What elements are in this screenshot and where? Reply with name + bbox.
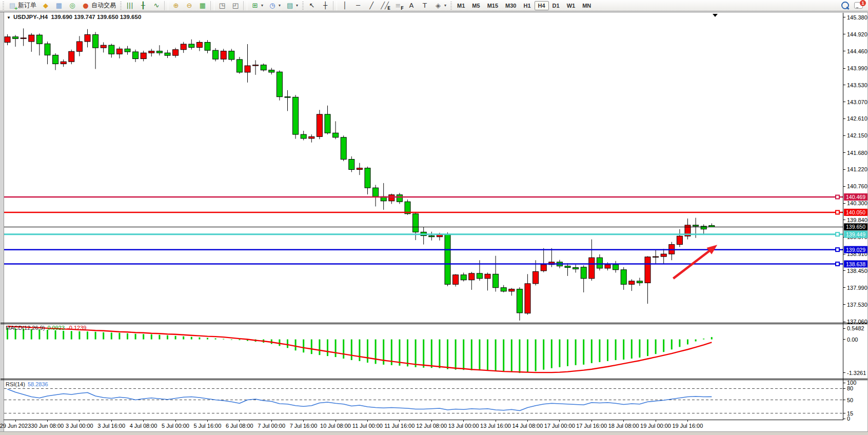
zoom-out-button[interactable]: ⊖	[183, 0, 195, 11]
toolbar-separator	[210, 1, 214, 10]
svg-text:0.00: 0.00	[847, 337, 858, 343]
templates-button[interactable]: ▤▾	[284, 0, 300, 11]
chart-title: ▼USDJPY-,H4 139.690 139.747 139.650 139.…	[7, 14, 141, 20]
autotrading-label: 自动交易	[91, 1, 116, 10]
icon-overlay: E	[387, 6, 390, 11]
horizontal-line-icon: ─	[354, 2, 362, 10]
svg-text:13 Jul 00:00: 13 Jul 00:00	[448, 423, 479, 429]
toolbar-separator	[164, 1, 168, 10]
svg-text:7 Jul 00:00: 7 Jul 00:00	[258, 423, 285, 429]
svg-text:140.760: 140.760	[847, 183, 867, 189]
templates-icon: ▤	[286, 2, 294, 10]
timeframe-m5-button[interactable]: M5	[468, 1, 483, 10]
svg-text:18 Jul 08:00: 18 Jul 08:00	[608, 423, 639, 429]
dropdown-arrow-icon[interactable]: ▾	[279, 3, 281, 8]
svg-text:17 Jul 00:00: 17 Jul 00:00	[544, 423, 575, 429]
symbol-label: USDJPY-,H4	[13, 14, 48, 20]
svg-text:141.220: 141.220	[847, 166, 867, 172]
chart-shift-icon: ◰	[231, 2, 240, 10]
svg-text:137.530: 137.530	[847, 302, 867, 308]
timeframe-m30-button[interactable]: M30	[502, 1, 520, 10]
chart-shift-button[interactable]: ◰	[229, 0, 242, 11]
svg-text:4 Jul 08:00: 4 Jul 08:00	[130, 423, 157, 429]
dropdown-arrow-icon[interactable]: ▾	[444, 3, 446, 8]
bar-chart-icon: |||	[126, 2, 134, 10]
svg-text:140.469: 140.469	[846, 194, 865, 200]
svg-text:144.460: 144.460	[847, 48, 867, 54]
svg-text:142.150: 142.150	[847, 132, 867, 139]
zoom-out-icon: ⊖	[185, 2, 193, 10]
chart-canvas: 145.380144.920144.460143.990143.530143.0…	[0, 0, 868, 435]
dropdown-arrow-icon[interactable]: ▾	[261, 3, 263, 8]
rsi-name: RSI(14)	[6, 381, 25, 387]
vertical-line-button[interactable]: │	[339, 0, 351, 11]
timeframe-mn-button[interactable]: MN	[579, 1, 595, 10]
svg-text:137.990: 137.990	[847, 285, 867, 291]
trendline-button[interactable]: ╱	[365, 0, 378, 11]
auto-scroll-button[interactable]: ◳	[216, 0, 228, 11]
macd-name: MACD(12,26,9)	[6, 325, 45, 331]
toolbar-separator	[333, 1, 337, 10]
svg-text:140.050: 140.050	[846, 209, 865, 215]
periods-icon: ◷	[268, 2, 277, 10]
new-order-button[interactable]: ▤+新订单	[6, 0, 38, 11]
equidistant-channel-button[interactable]: ╱╱E	[379, 0, 391, 11]
svg-text:139.029: 139.029	[846, 247, 865, 253]
notifications-button[interactable]: 1	[854, 2, 863, 9]
signals-button[interactable]: ◎	[66, 0, 78, 11]
svg-text:140.300: 140.300	[847, 200, 867, 206]
main-toolbar: ▤+新订单◆▦◎●自动交易|||╂∿⊕⊖▦◳◰⊞▾◷▾▤▾↖┼│─╱╱╱E≡FA…	[0, 0, 868, 11]
timeframe-m1-button[interactable]: M1	[453, 1, 468, 10]
new-order-icon: ▤+	[8, 2, 16, 10]
svg-text:30 Jun 08:00: 30 Jun 08:00	[31, 423, 64, 429]
chart-window-icon: ▦	[55, 2, 63, 10]
timeframe-w1-button[interactable]: W1	[563, 1, 579, 10]
text-label-button[interactable]: T	[419, 0, 431, 11]
dropdown-arrow-icon[interactable]: ▾	[296, 3, 298, 8]
fibonacci-icon: ≡F	[394, 2, 402, 10]
timeframe-m15-button[interactable]: M15	[484, 1, 502, 10]
svg-text:141.680: 141.680	[847, 150, 867, 156]
arrows-object-button[interactable]: ◈▾	[432, 0, 448, 11]
line-chart-icon: ∿	[152, 2, 161, 10]
horizontal-line-button[interactable]: ─	[352, 0, 364, 11]
svg-text:19 Jul 00:00: 19 Jul 00:00	[640, 423, 671, 429]
svg-text:139.840: 139.840	[847, 217, 867, 223]
market-watch-button[interactable]: ◆	[40, 0, 52, 11]
crosshair-button[interactable]: ┼	[319, 0, 331, 11]
text-button[interactable]: A	[405, 0, 418, 11]
timeframe-d1-button[interactable]: D1	[549, 1, 563, 10]
search-button[interactable]	[841, 2, 849, 9]
svg-text:12 Jul 08:00: 12 Jul 08:00	[416, 423, 447, 429]
autotrading-icon: ●	[82, 2, 90, 10]
ohlc-readout: 139.690 139.747 139.650 139.650	[51, 14, 141, 20]
tile-windows-button[interactable]: ▦	[196, 0, 209, 11]
line-chart-button[interactable]: ∿	[150, 0, 163, 11]
auto-scroll-icon: ◳	[218, 2, 226, 10]
zoom-in-icon: ⊕	[172, 2, 180, 10]
cursor-button[interactable]: ↖	[306, 0, 318, 11]
fibonacci-button[interactable]: ≡F	[392, 0, 404, 11]
notification-badge: 1	[860, 0, 866, 6]
macd-indicator-label: MACD(12,26,9)0.0923-0.1239	[6, 325, 86, 331]
text-label-icon: T	[421, 2, 429, 10]
svg-text:6 Jul 08:00: 6 Jul 08:00	[226, 423, 253, 429]
new-order-label: 新订单	[18, 1, 36, 10]
macd-signal-value: -0.1239	[67, 325, 86, 331]
bar-chart-button[interactable]: |||	[124, 0, 136, 11]
svg-text:138.638: 138.638	[846, 261, 865, 267]
timeframe-h4-button[interactable]: H4	[535, 1, 549, 10]
autotrading-button[interactable]: ●自动交易	[80, 0, 118, 11]
symbol-dropdown-icon[interactable]: ▼	[7, 15, 11, 20]
arrows-object-icon: ◈	[434, 2, 442, 10]
add-indicator-button[interactable]: ⊞▾	[249, 0, 265, 11]
timeframe-h1-button[interactable]: H1	[520, 1, 534, 10]
candlestick-chart-button[interactable]: ╂	[137, 0, 149, 11]
chart-window-button[interactable]: ▦	[53, 0, 65, 11]
periods-button[interactable]: ◷▾	[266, 0, 283, 11]
svg-text:0: 0	[847, 416, 850, 422]
svg-text:11 Jul 00:00: 11 Jul 00:00	[352, 423, 383, 429]
vertical-line-icon: │	[341, 2, 349, 10]
zoom-in-button[interactable]: ⊕	[170, 0, 182, 11]
candlestick-chart-icon: ╂	[139, 2, 147, 10]
